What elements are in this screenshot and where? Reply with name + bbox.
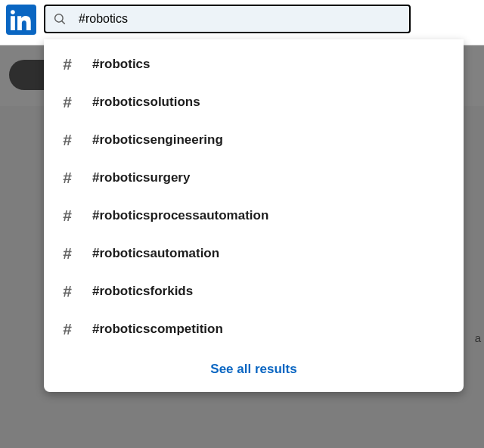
see-all-results-link[interactable]: See all results xyxy=(44,348,464,392)
svg-point-0 xyxy=(55,14,64,23)
suggestion-item[interactable]: # #roboticsprocessautomation xyxy=(44,197,464,235)
search-suggestions-dropdown: # #robotics # #roboticsolutions # #robot… xyxy=(44,39,464,392)
suggestion-item[interactable]: # #roboticscompetition xyxy=(44,310,464,348)
hashtag-icon: # xyxy=(59,169,76,187)
see-all-results-label: See all results xyxy=(210,362,296,376)
hashtag-icon: # xyxy=(59,131,76,149)
search-wrapper: # #robotics # #roboticsolutions # #robot… xyxy=(44,5,411,33)
hashtag-icon: # xyxy=(59,93,76,111)
suggestion-text: #robotics xyxy=(92,57,150,72)
hashtag-icon: # xyxy=(59,282,76,300)
suggestion-text: #roboticsurgery xyxy=(92,170,190,185)
suggestion-text: #roboticsforkids xyxy=(92,284,193,299)
suggestion-text: #roboticsprocessautomation xyxy=(92,208,268,223)
linkedin-logo-icon xyxy=(11,9,32,30)
suggestion-text: #roboticsautomation xyxy=(92,246,219,261)
suggestion-text: #roboticsengineering xyxy=(92,132,223,148)
suggestion-item[interactable]: # #roboticsautomation xyxy=(44,235,464,272)
hashtag-icon: # xyxy=(59,244,76,263)
suggestion-item[interactable]: # #robotics xyxy=(44,45,464,83)
svg-line-1 xyxy=(62,21,65,24)
search-icon xyxy=(53,12,67,26)
suggestion-text: #roboticsolutions xyxy=(92,95,200,110)
suggestion-text: #roboticscompetition xyxy=(92,322,223,337)
top-navigation-bar: # #robotics # #roboticsolutions # #robot… xyxy=(0,0,484,45)
suggestion-item[interactable]: # #roboticsengineering xyxy=(44,121,464,159)
hashtag-icon: # xyxy=(59,207,76,225)
linkedin-logo[interactable] xyxy=(6,5,36,35)
search-box[interactable] xyxy=(44,5,411,33)
search-input[interactable] xyxy=(79,12,402,26)
hashtag-icon: # xyxy=(59,55,76,73)
background-clipped-text: a xyxy=(475,331,481,344)
suggestion-item[interactable]: # #roboticsolutions xyxy=(44,83,464,121)
suggestion-item[interactable]: # #roboticsforkids xyxy=(44,272,464,310)
hashtag-icon: # xyxy=(59,320,76,338)
suggestion-item[interactable]: # #roboticsurgery xyxy=(44,159,464,197)
